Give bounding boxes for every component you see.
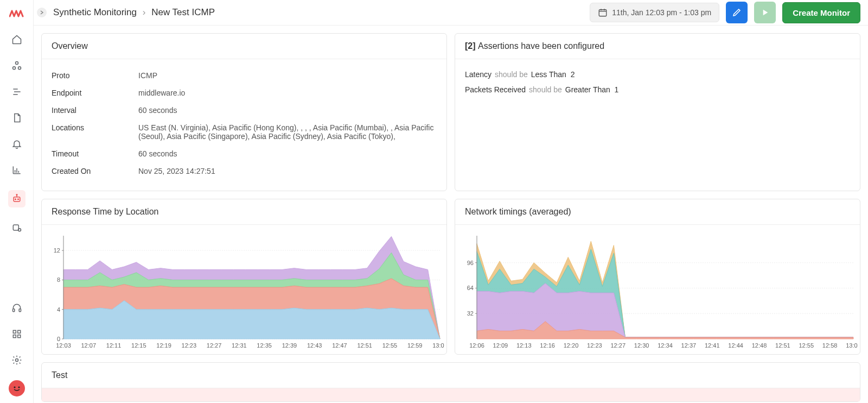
edit-button[interactable] xyxy=(726,2,748,23)
svg-point-13 xyxy=(17,199,18,200)
svg-text:12:58: 12:58 xyxy=(822,342,838,349)
svg-rect-21 xyxy=(17,330,20,333)
bell-icon[interactable] xyxy=(11,138,23,150)
svg-rect-23 xyxy=(17,335,20,338)
topbar: Synthetic Monitoring › New Test ICMP 11t… xyxy=(34,0,868,26)
breadcrumb: Synthetic Monitoring › New Test ICMP xyxy=(53,7,215,18)
overview-panel: Overview ProtoICMPEndpointmiddleware.ioI… xyxy=(41,33,447,191)
svg-text:12:51: 12:51 xyxy=(775,342,790,349)
svg-text:12:55: 12:55 xyxy=(799,342,814,349)
overview-row: ProtoICMP xyxy=(52,67,437,84)
assertions-panel: [2] Assertions have been configured Late… xyxy=(455,33,860,191)
svg-rect-22 xyxy=(13,335,16,338)
time-range-picker[interactable]: 11th, Jan 12:03 pm - 1:03 pm xyxy=(590,3,719,22)
svg-text:12:30: 12:30 xyxy=(634,342,649,349)
test-title: Test xyxy=(42,363,860,388)
svg-text:12:55: 12:55 xyxy=(382,342,398,349)
overview-label: Created On xyxy=(52,167,138,175)
nodes-icon[interactable] xyxy=(11,60,23,72)
robot-icon[interactable] xyxy=(8,190,25,207)
apps-icon[interactable] xyxy=(11,328,23,340)
avatar[interactable] xyxy=(9,380,25,396)
svg-text:12:37: 12:37 xyxy=(681,342,697,349)
breadcrumb-sep-icon: › xyxy=(143,7,146,17)
svg-text:12:16: 12:16 xyxy=(540,342,555,349)
response-time-chart[interactable]: 0481212:0312:0712:1112:1512:1912:2312:27… xyxy=(44,231,444,351)
svg-text:32: 32 xyxy=(467,310,474,317)
overview-row: Endpointmiddleware.io xyxy=(52,84,437,102)
assertion-row: Packets Receivedshould beGreater Than 1 xyxy=(465,82,850,97)
svg-text:12:23: 12:23 xyxy=(587,342,602,349)
svg-rect-18 xyxy=(12,309,14,312)
svg-text:12:34: 12:34 xyxy=(658,342,673,349)
svg-text:12:39: 12:39 xyxy=(282,342,297,349)
calendar-icon xyxy=(598,8,608,17)
svg-rect-27 xyxy=(599,10,607,16)
overview-label: Endpoint xyxy=(52,89,138,97)
rum-icon[interactable] xyxy=(11,222,23,234)
assertions-title: [2] Assertions have been configured xyxy=(455,34,860,59)
overview-row: Created OnNov 25, 2023 14:27:51 xyxy=(52,162,437,180)
home-icon[interactable] xyxy=(11,34,23,46)
svg-point-2 xyxy=(15,62,18,65)
time-range-label: 11th, Jan 12:03 pm - 1:03 pm xyxy=(612,8,711,17)
svg-text:12:23: 12:23 xyxy=(182,342,197,349)
breadcrumb-parent[interactable]: Synthetic Monitoring xyxy=(53,7,137,17)
overview-label: Interval xyxy=(52,106,138,115)
svg-text:12:41: 12:41 xyxy=(705,342,720,349)
collapse-sidebar-button[interactable] xyxy=(37,8,47,17)
brand-logo[interactable] xyxy=(9,8,25,20)
svg-rect-19 xyxy=(19,309,21,312)
svg-rect-20 xyxy=(13,330,16,333)
assertion-op: Less Than xyxy=(531,70,566,79)
svg-point-17 xyxy=(18,229,21,231)
overview-value: 60 seconds xyxy=(138,106,437,115)
network-timings-title: Network timings (averaged) xyxy=(455,199,860,225)
document-icon[interactable] xyxy=(11,112,23,124)
overview-row: Interval60 seconds xyxy=(52,102,437,119)
assertion-op: Greater Than xyxy=(565,85,610,94)
svg-point-1 xyxy=(18,67,21,70)
svg-text:12:31: 12:31 xyxy=(232,342,247,349)
svg-text:12:43: 12:43 xyxy=(307,342,322,349)
test-panel: Test xyxy=(41,362,860,402)
svg-point-24 xyxy=(15,359,18,362)
run-button[interactable] xyxy=(754,2,776,23)
gear-icon[interactable] xyxy=(11,354,23,366)
svg-text:12:20: 12:20 xyxy=(564,342,579,349)
test-body xyxy=(42,388,860,401)
logs-icon[interactable] xyxy=(11,86,23,98)
overview-label: Proto xyxy=(52,71,138,80)
svg-text:12:51: 12:51 xyxy=(357,342,372,349)
svg-text:12:11: 12:11 xyxy=(106,342,122,349)
svg-text:12:44: 12:44 xyxy=(728,342,743,349)
svg-text:96: 96 xyxy=(467,260,474,266)
svg-text:13:03: 13:03 xyxy=(846,342,858,349)
overview-label: Timeout xyxy=(52,149,138,158)
svg-text:12:07: 12:07 xyxy=(81,342,97,349)
svg-text:12:47: 12:47 xyxy=(332,342,347,349)
chart-icon[interactable] xyxy=(11,164,23,176)
overview-value: middleware.io xyxy=(138,89,437,97)
network-timings-chart[interactable]: 32649612:0612:0912:1312:1612:2012:2312:2… xyxy=(457,231,858,351)
overview-value: US East (N. Virginia), Asia Pacific (Hon… xyxy=(138,123,437,141)
headset-icon[interactable] xyxy=(11,302,23,314)
sidebar xyxy=(0,0,34,403)
svg-text:12:27: 12:27 xyxy=(207,342,222,349)
response-time-panel: Response Time by Location 0481212:0312:0… xyxy=(41,199,447,355)
pencil-icon xyxy=(732,8,742,17)
overview-row: Timeout60 seconds xyxy=(52,145,437,162)
assertion-metric: Packets Received xyxy=(465,85,526,94)
breadcrumb-current: New Test ICMP xyxy=(151,7,215,17)
svg-text:64: 64 xyxy=(467,285,474,292)
overview-value: Nov 25, 2023 14:27:51 xyxy=(138,167,437,175)
svg-point-25 xyxy=(14,386,15,388)
svg-text:12:35: 12:35 xyxy=(257,342,272,349)
svg-text:12:59: 12:59 xyxy=(407,342,423,349)
overview-title: Overview xyxy=(42,34,446,59)
assertion-shouldbe: should be xyxy=(529,85,562,94)
overview-label: Locations xyxy=(52,123,138,141)
create-monitor-button[interactable]: Create Monitor xyxy=(782,2,860,23)
svg-point-26 xyxy=(18,386,20,388)
assertion-shouldbe: should be xyxy=(495,70,528,79)
